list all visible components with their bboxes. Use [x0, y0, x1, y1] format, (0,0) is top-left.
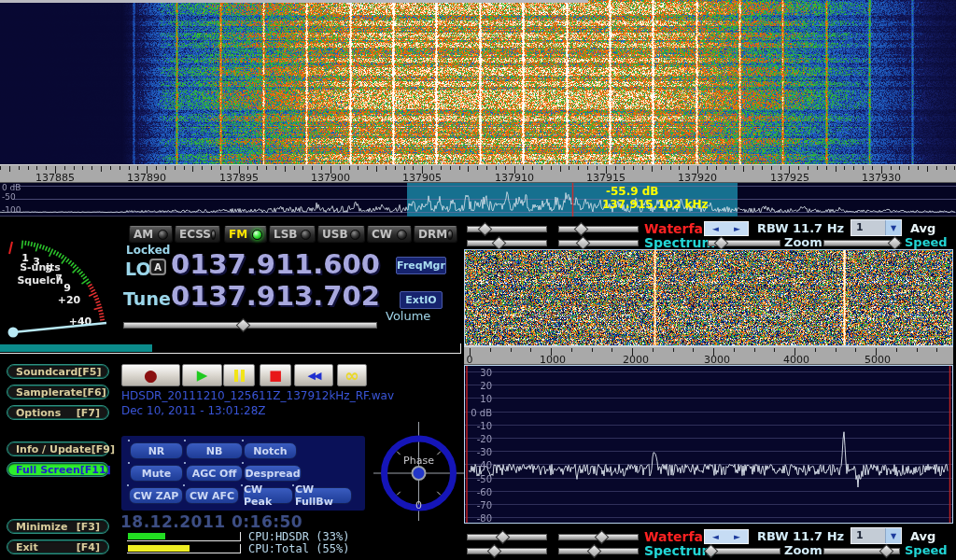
agc-off-button[interactable]: AGC Off — [186, 465, 243, 482]
mute-button[interactable]: Mute — [130, 465, 183, 482]
waterfall-brightness-slider[interactable] — [467, 531, 547, 541]
spectrum-brightness-slider[interactable] — [467, 237, 547, 247]
stop-button[interactable]: ■ — [260, 364, 291, 386]
spectrum-brightness-slider[interactable] — [467, 545, 547, 555]
zoom-label: Zoom — [784, 235, 822, 249]
extio-button[interactable]: ExtIO — [400, 291, 443, 309]
freqmgr-button[interactable]: FreqMgr — [396, 257, 446, 274]
smeter-scale: 9 — [63, 282, 71, 294]
squelch-needle[interactable] — [13, 323, 106, 332]
hdsdr-main-window: 137885 137890 137895 137900 137905 13791… — [0, 0, 956, 560]
mode-usb-button[interactable]: USB — [317, 226, 365, 243]
af-db-label: 20 — [468, 381, 492, 391]
rf-waterfall-display[interactable] — [0, 0, 956, 164]
avg-label: Avg — [910, 529, 935, 543]
avg-dropdown[interactable]: 1 ▼ — [851, 219, 902, 236]
button-label: Samplerate — [16, 386, 82, 399]
af-controls-bottom: Waterfall ◄ ► RBW 11.7 Hz 1 ▼ Avg Spectr… — [464, 526, 956, 557]
info-update-button[interactable]: Info / Update[F9] — [7, 441, 109, 456]
mode-lsb-button[interactable]: LSB — [269, 226, 316, 243]
waterfall-contrast-slider[interactable] — [558, 531, 639, 541]
af-waterfall-display[interactable] — [464, 249, 953, 346]
waterfall-contrast-slider[interactable] — [558, 223, 639, 233]
button-fkey: [F4] — [77, 541, 100, 553]
button-label: Full Screen — [16, 464, 80, 476]
mode-fm-button[interactable]: FM — [224, 226, 267, 243]
display-scroll-box[interactable]: ◄ ► — [704, 221, 749, 236]
waterfall-tab[interactable]: Waterfall — [644, 221, 712, 236]
samplerate-button[interactable]: Samplerate[F6] — [7, 385, 109, 399]
notch-button[interactable]: Notch — [244, 442, 297, 459]
s-meter[interactable]: 1 3 5 7 9 +20 +40 S-units Squelch — [2, 223, 118, 343]
cw-afc-button[interactable]: CW AFC — [185, 487, 239, 504]
scroll-right-icon[interactable]: ► — [734, 224, 740, 233]
cw-peak-button[interactable]: CW Peak — [243, 487, 293, 504]
rf-spectrum-display[interactable]: 0 dB -50 -100 -55.9 dB 137.915.102 kHz — [0, 183, 956, 217]
mode-am-button[interactable]: AM — [129, 226, 173, 243]
button-fkey: [F7] — [77, 407, 100, 419]
rf-frequency-ruler[interactable]: 137885 137890 137895 137900 137905 13791… — [0, 164, 956, 183]
spectrum-contrast-slider[interactable] — [558, 237, 639, 247]
zoom-slider[interactable] — [708, 237, 780, 247]
cw-fullbw-button[interactable]: CW FullBw — [294, 487, 352, 504]
record-button[interactable]: ● — [121, 364, 180, 386]
dsp-panel: NR NB Notch Mute AGC Off Despread CW ZAP… — [121, 436, 365, 511]
mode-led — [397, 230, 407, 240]
dropdown-arrow-icon[interactable]: ▼ — [885, 528, 901, 543]
minimize-button[interactable]: Minimize[F3] — [7, 519, 109, 534]
waterfall-brightness-slider[interactable] — [467, 223, 547, 233]
button-label: Minimize — [16, 521, 67, 533]
rewind-button[interactable]: ◀◀ — [294, 364, 333, 386]
scroll-left-icon[interactable]: ◄ — [712, 532, 719, 541]
spectrum-contrast-slider[interactable] — [558, 545, 639, 555]
loop-button[interactable]: ∞ — [337, 364, 367, 386]
lo-frequency-display[interactable]: 0137.911.600 — [171, 248, 380, 280]
dropdown-arrow-icon[interactable]: ▼ — [885, 220, 901, 235]
speed-slider[interactable] — [823, 237, 900, 247]
phase-tick — [397, 492, 401, 496]
lo-band-badge[interactable]: A — [149, 259, 166, 275]
button-fkey: [F11] — [80, 464, 111, 476]
mode-cw-button[interactable]: CW — [367, 226, 412, 243]
display-scroll-box[interactable]: ◄ ► — [704, 529, 749, 544]
pause-button[interactable] — [223, 364, 255, 386]
needle-pivot — [8, 328, 19, 338]
cpu-hdsdr-fill — [128, 533, 165, 539]
despread-button[interactable]: Despread — [244, 465, 302, 482]
spectrum-tab[interactable]: Spectrum — [644, 235, 715, 250]
playback-progress-track[interactable] — [0, 343, 461, 354]
soundcard-button[interactable]: Soundcard[F5] — [7, 364, 109, 379]
af-spectrum-display[interactable]: 30 20 10 0 dB -10 -20 -30 -40 -50 -60 -7… — [464, 365, 953, 524]
button-fkey: [F9] — [91, 443, 115, 455]
mode-ecss-button[interactable]: ECSS — [175, 226, 220, 243]
cursor-db-readout: -55.9 dB — [606, 185, 659, 198]
nr-button[interactable]: NR — [130, 442, 183, 459]
waterfall-tab[interactable]: Waterfall — [644, 529, 712, 544]
fullscreen-button[interactable]: Full Screen[F11] — [7, 462, 109, 477]
volume-slider[interactable] — [123, 319, 377, 329]
options-button[interactable]: Options[F7] — [7, 405, 109, 420]
cw-zap-button[interactable]: CW ZAP — [129, 487, 183, 504]
mode-drm-button[interactable]: DRM — [414, 226, 457, 243]
scroll-right-icon[interactable]: ► — [734, 532, 740, 541]
rf-db-label: -100 — [2, 205, 21, 215]
mode-label: DRM — [418, 228, 447, 241]
exit-button[interactable]: Exit[F4] — [7, 539, 109, 554]
af-db-label: -10 — [468, 421, 492, 431]
zoom-label: Zoom — [784, 543, 822, 557]
mode-led — [158, 230, 168, 240]
cpu-total-fill — [128, 545, 190, 552]
avg-dropdown[interactable]: 1 ▼ — [851, 527, 902, 544]
rf-db-label: -50 — [2, 192, 16, 202]
zoom-slider[interactable] — [708, 545, 780, 555]
waterfall-sweep-line — [0, 0, 588, 3]
scroll-left-icon[interactable]: ◄ — [712, 224, 719, 233]
af-frequency-ruler[interactable]: 0 1000 2000 3000 4000 5000 — [464, 346, 953, 365]
nb-button[interactable]: NB — [186, 442, 243, 459]
speed-slider[interactable] — [823, 545, 900, 555]
playback-progress-fill — [0, 344, 152, 352]
tune-label: Tune — [123, 288, 171, 309]
slider-thumb[interactable] — [236, 318, 251, 333]
tune-frequency-display[interactable]: 0137.913.702 — [171, 280, 380, 312]
play-button[interactable]: ▶ — [182, 364, 222, 386]
